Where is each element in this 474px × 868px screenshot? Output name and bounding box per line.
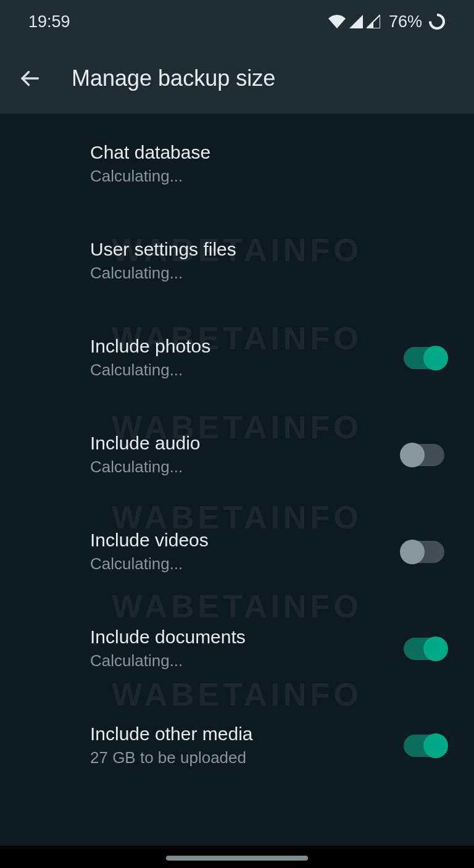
- nav-pill[interactable]: [166, 856, 308, 861]
- row-title: Include photos: [90, 336, 404, 357]
- row-subtitle: Calculating...: [90, 264, 444, 283]
- row-title: Chat database: [90, 142, 444, 163]
- row-title: User settings files: [90, 239, 444, 260]
- wifi-icon: [328, 15, 346, 28]
- toggle-include-other-media[interactable]: [404, 735, 444, 757]
- row-include-photos[interactable]: Include photos Calculating...: [0, 320, 474, 396]
- row-user-settings-files[interactable]: User settings files Calculating...: [0, 223, 474, 299]
- settings-list: Chat database Calculating... User settin…: [0, 114, 474, 783]
- row-title: Include videos: [90, 530, 404, 551]
- row-subtitle: Calculating...: [90, 457, 404, 477]
- page-title: Manage backup size: [72, 65, 275, 91]
- row-subtitle: Calculating...: [90, 554, 404, 574]
- row-subtitle: Calculating...: [90, 167, 444, 186]
- row-subtitle: Calculating...: [90, 651, 404, 670]
- battery-percent: 76%: [389, 12, 422, 31]
- row-include-audio[interactable]: Include audio Calculating...: [0, 417, 474, 493]
- toggle-include-documents[interactable]: [404, 638, 444, 660]
- status-time: 19:59: [28, 12, 70, 31]
- row-title: Include documents: [90, 627, 404, 648]
- row-title: Include other media: [90, 724, 404, 745]
- svg-point-0: [430, 15, 444, 28]
- battery-ring-icon: [428, 13, 446, 30]
- toggle-include-photos[interactable]: [404, 347, 444, 369]
- row-subtitle: 27 GB to be uploaded: [90, 748, 404, 767]
- signal-icon: [349, 15, 363, 28]
- back-button[interactable]: [12, 61, 47, 96]
- row-chat-database[interactable]: Chat database Calculating...: [0, 126, 474, 202]
- row-subtitle: Calculating...: [90, 361, 404, 380]
- status-right: 76%: [328, 12, 446, 31]
- toggle-include-audio[interactable]: [404, 444, 444, 466]
- arrow-back-icon: [19, 67, 41, 90]
- row-include-videos[interactable]: Include videos Calculating...: [0, 514, 474, 590]
- status-bar: 19:59 76%: [0, 0, 474, 43]
- row-include-other-media[interactable]: Include other media 27 GB to be uploaded: [0, 707, 474, 783]
- app-bar: Manage backup size: [0, 43, 474, 114]
- signal-icon-2: [367, 15, 380, 28]
- toggle-include-videos[interactable]: [404, 541, 444, 563]
- row-title: Include audio: [90, 433, 404, 454]
- row-include-documents[interactable]: Include documents Calculating...: [0, 611, 474, 686]
